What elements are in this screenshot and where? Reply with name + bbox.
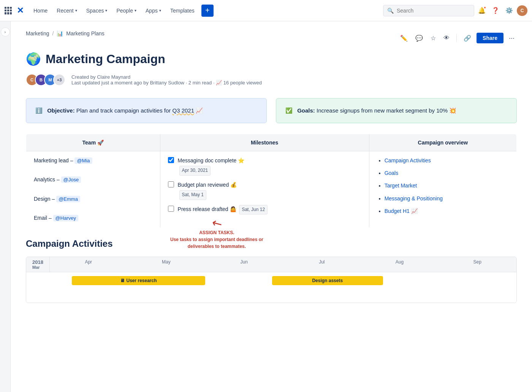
campaign-activities-link[interactable]: Campaign Activities xyxy=(385,157,431,163)
milestone-3-checkbox[interactable] xyxy=(168,206,174,212)
milestone-1: Messaging doc complete ⭐ Apr 30, 2021 xyxy=(168,156,361,176)
info-boxes: ℹ️ Objective: Plan and track campaign ac… xyxy=(26,98,517,123)
team-row: Design – @Emma xyxy=(34,194,152,204)
gantt-months: Apr May Jun Jul Aug Sep xyxy=(50,257,516,272)
main-content: Marketing / 📊 Marketing Plans ✏️ 💬 ☆ 👁 🔗… xyxy=(11,21,532,392)
share-button[interactable]: Share xyxy=(477,33,504,43)
watch-button[interactable]: 👁 xyxy=(441,32,452,44)
create-button[interactable]: + xyxy=(201,5,214,17)
gantt-year: 2018 Mar xyxy=(26,257,50,272)
comment-button[interactable]: 💬 xyxy=(413,32,425,44)
gantt-bar-user-research: 🖥 User research xyxy=(72,276,205,285)
nav-apps[interactable]: Apps ▾ xyxy=(142,5,165,16)
star-button[interactable]: ☆ xyxy=(428,32,438,44)
nav-spaces[interactable]: Spaces ▾ xyxy=(82,5,111,16)
milestone-1-checkbox[interactable] xyxy=(168,157,174,163)
team-row: Email – @Harvey xyxy=(34,213,152,223)
collapse-sidebar-button[interactable]: › xyxy=(1,27,10,37)
team-row: Analytics – @Jose xyxy=(34,175,152,184)
gantt-month-jun: Jun xyxy=(205,257,283,272)
gantt-body: 🖥 User research Design assets xyxy=(26,272,516,303)
page-actions: ✏️ 💬 ☆ 👁 🔗 Share ··· xyxy=(398,32,517,44)
team-milestones-table: Team 🚀 Milestones Campaign overview Mark… xyxy=(26,134,517,228)
gantt-month-aug: Aug xyxy=(361,257,439,272)
edit-button[interactable]: ✏️ xyxy=(398,32,410,44)
help-button[interactable]: ❓ xyxy=(489,5,502,17)
page-title: 🌍 Marketing Campaign xyxy=(26,52,517,66)
objective-box: ℹ️ Objective: Plan and track campaign ac… xyxy=(26,98,267,123)
user-avatar[interactable]: C xyxy=(517,5,527,16)
breadcrumb-current[interactable]: Marketing Plans xyxy=(66,30,104,37)
search-box[interactable]: 🔍 xyxy=(383,5,474,16)
settings-button[interactable]: ⚙️ xyxy=(503,5,515,17)
target-market-link[interactable]: Target Market xyxy=(385,183,417,189)
goals-link[interactable]: Goals xyxy=(385,170,399,176)
gantt-header: 2018 Mar Apr May Jun Jul Aug Sep xyxy=(26,257,516,272)
app-grid-button[interactable] xyxy=(5,7,12,14)
milestones-cell: Messaging doc complete ⭐ Apr 30, 2021 Bu… xyxy=(160,151,369,228)
campaign-activities-section: Campaign Activities 2018 Mar Apr May Jun… xyxy=(26,238,517,303)
breadcrumb-icon: 📊 xyxy=(57,30,63,37)
breadcrumb-parent[interactable]: Marketing xyxy=(26,30,49,37)
gantt-month-sep: Sep xyxy=(439,257,516,272)
list-item: Budget H1 📈 xyxy=(385,206,509,216)
nav-people[interactable]: People ▾ xyxy=(112,5,140,16)
milestone-2-checkbox[interactable] xyxy=(168,181,174,187)
gantt-month-may: May xyxy=(128,257,206,272)
contributor-avatars: C B M +3 xyxy=(26,74,67,86)
team-row: Marketing lead – @Mia xyxy=(34,156,152,165)
title-emoji: 🌍 xyxy=(26,52,41,66)
assign-tasks-callout: ↗ ASSIGN TASKS. Use tasks to assign impo… xyxy=(170,217,263,250)
gantt-month-jul: Jul xyxy=(283,257,361,272)
list-item: Campaign Activities xyxy=(385,156,509,165)
confluence-logo[interactable]: ✕ xyxy=(17,6,24,16)
list-item: Messaging & Positioning xyxy=(385,194,509,203)
list-item: Goals xyxy=(385,168,509,178)
nav-home[interactable]: Home xyxy=(30,5,51,16)
restrict-button[interactable]: 🔗 xyxy=(461,32,473,44)
milestone-3: Press release drafted 🤷 Sat, Jun 12 xyxy=(168,205,361,215)
page-header-row: Marketing / 📊 Marketing Plans ✏️ 💬 ☆ 👁 🔗… xyxy=(26,30,517,46)
milestone-2: Budget plan reviewed 💰 Sat, May 1 xyxy=(168,180,361,200)
campaign-activities-title: Campaign Activities xyxy=(26,238,517,249)
gantt-rows: 🖥 User research Design assets xyxy=(72,275,516,292)
more-options-button[interactable]: ··· xyxy=(507,32,517,44)
team-header: Team 🚀 xyxy=(26,134,160,151)
nav-recent[interactable]: Recent ▾ xyxy=(53,5,81,16)
goals-box: ✅ Goals: Increase signups from new marke… xyxy=(276,98,517,123)
list-item: Target Market xyxy=(385,181,509,190)
breadcrumb: Marketing / 📊 Marketing Plans xyxy=(26,30,104,37)
top-navigation: ✕ Home Recent ▾ Spaces ▾ People ▾ Apps ▾… xyxy=(0,0,532,21)
nav-templates[interactable]: Templates xyxy=(166,5,198,16)
avatar-count: +3 xyxy=(53,74,65,86)
gantt-icon: 🖥 xyxy=(120,278,125,283)
check-icon: ✅ xyxy=(285,107,293,114)
sidebar-toggle: › xyxy=(0,21,11,392)
overview-cell: Campaign Activities Goals Target Market … xyxy=(369,151,516,228)
team-cell: Marketing lead – @Mia Analytics – @Jose … xyxy=(26,151,160,228)
gantt-bar-design-assets: Design assets xyxy=(272,276,383,285)
budget-link[interactable]: Budget H1 📈 xyxy=(385,208,418,214)
milestones-header: Milestones xyxy=(160,134,369,151)
assign-arrow-icon: ↗ xyxy=(209,216,224,231)
overview-header: Campaign overview xyxy=(369,134,516,151)
meta-text: Created by Claire Maynard Last updated j… xyxy=(71,74,262,86)
info-icon: ℹ️ xyxy=(35,107,43,114)
search-icon: 🔍 xyxy=(387,8,394,14)
notifications-button[interactable]: 🔔 xyxy=(476,5,488,17)
messaging-link[interactable]: Messaging & Positioning xyxy=(385,195,443,202)
gantt-chart: 2018 Mar Apr May Jun Jul Aug Sep xyxy=(26,257,517,303)
gantt-month-apr: Apr xyxy=(50,257,128,272)
overview-links: Campaign Activities Goals Target Market … xyxy=(377,156,509,216)
search-input[interactable] xyxy=(397,8,470,14)
page-meta: C B M +3 Created by Claire Maynard Last … xyxy=(26,74,517,86)
